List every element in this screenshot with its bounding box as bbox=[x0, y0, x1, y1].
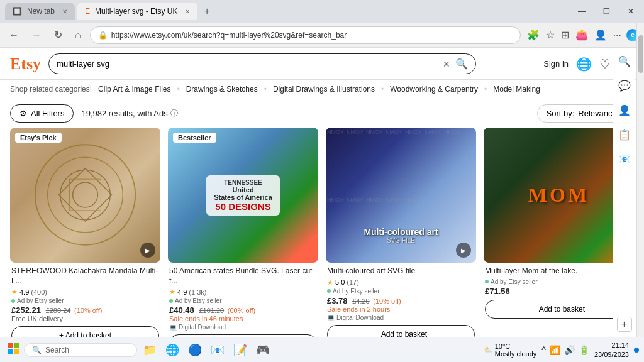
taskbar-edge-icon[interactable]: 🌐 bbox=[162, 340, 182, 360]
product-rating-3: ★ 5.0 (17) bbox=[327, 278, 475, 287]
browser-wallet-icon[interactable]: 👛 bbox=[574, 28, 589, 42]
ads-info-icon[interactable]: ⓘ bbox=[170, 108, 178, 119]
sidebar-chat-icon[interactable]: 💬 bbox=[616, 77, 633, 94]
add-to-basket-3[interactable]: + Add to basket bbox=[327, 325, 475, 337]
tab-favicon-1: 🔲 bbox=[13, 7, 22, 16]
search-clear-icon[interactable]: ✕ bbox=[443, 59, 450, 69]
nav-actions: 🧩 ☆ ⊞ 👛 👤 ··· e bbox=[526, 28, 639, 42]
sidebar-search-icon[interactable]: 🔍 bbox=[616, 53, 633, 70]
weather-info: 10°C Mostly cloudy bbox=[495, 343, 537, 358]
sidebar-user-icon[interactable]: 👤 bbox=[616, 102, 633, 119]
taskbar-outlook-icon[interactable]: 📧 bbox=[208, 340, 228, 360]
windows-logo-icon bbox=[8, 343, 19, 354]
tab-new-tab[interactable]: 🔲 New tab ✕ bbox=[5, 3, 75, 20]
search-bar[interactable]: ✕ 🔍 bbox=[48, 53, 476, 74]
tab-etsy[interactable]: E Multi-layer svg - Etsy UK ✕ bbox=[77, 3, 197, 20]
scroll-thumb[interactable] bbox=[638, 35, 643, 73]
navigation-bar: ← → ↻ ⌂ 🔒 https://www.etsy.com/uk/search… bbox=[0, 23, 644, 48]
tab-close-1[interactable]: ✕ bbox=[62, 8, 67, 15]
ad-note-4: Ad by Etsy seller bbox=[485, 278, 633, 285]
search-input[interactable] bbox=[57, 59, 438, 69]
rating-count-1: (400) bbox=[31, 288, 47, 296]
extensions-icon[interactable]: 🧩 bbox=[526, 28, 541, 42]
category-digital-drawings[interactable]: Digital Drawings & Illustrations bbox=[270, 84, 377, 95]
portrait-sub: SVG FILE bbox=[326, 237, 476, 244]
product-image-4[interactable]: MOM bbox=[484, 128, 634, 263]
svg-rect-7 bbox=[14, 343, 19, 348]
digital-icon-3: 💻 bbox=[327, 314, 335, 321]
ad-label-1: Ad by Etsy seller bbox=[17, 297, 64, 304]
filter-button[interactable]: ⚙ All Filters bbox=[10, 104, 74, 123]
network-icon[interactable]: 📶 bbox=[550, 345, 560, 355]
tab-favicon-2: E bbox=[85, 7, 90, 16]
start-button[interactable] bbox=[5, 340, 21, 359]
stars-1: ★ bbox=[11, 288, 18, 296]
add-btn-label-4: + Add to basket bbox=[533, 305, 585, 314]
taskbar-app-icon[interactable]: 🎮 bbox=[253, 340, 273, 360]
tab-label-1: New tab bbox=[27, 7, 55, 16]
svg-point-2 bbox=[60, 170, 111, 220]
favorites-icon[interactable]: ☆ bbox=[545, 28, 556, 42]
etsy-logo[interactable]: Etsy bbox=[10, 55, 41, 74]
system-clock[interactable]: 21:14 23/09/2023 bbox=[594, 341, 629, 359]
product-rating-2: ★ 4.9 (1.3k) bbox=[169, 288, 317, 296]
product-image-2[interactable]: Bestseller TENNESSEE United States of Am… bbox=[168, 128, 318, 263]
taskbar-word-icon[interactable]: 📝 bbox=[230, 340, 250, 360]
address-bar[interactable]: 🔒 https://www.etsy.com/uk/search?q=multi… bbox=[90, 26, 521, 44]
notification-dot[interactable] bbox=[634, 348, 639, 353]
product-card-1[interactable]: Etsy's Pick ▶ STEREOWOOD Kalachakra Mand… bbox=[10, 128, 160, 337]
stars-2: ★ bbox=[169, 288, 175, 296]
svg-rect-4 bbox=[58, 168, 111, 221]
taskbar-files-icon[interactable]: 📁 bbox=[140, 340, 160, 360]
scrollbar-right[interactable] bbox=[636, 23, 644, 337]
product-card-2[interactable]: Bestseller TENNESSEE United States of Am… bbox=[168, 128, 318, 337]
sale-line-2: Sale ends in 46 minutes bbox=[169, 315, 317, 322]
speaker-icon[interactable]: 🔊 bbox=[564, 345, 575, 355]
home-button[interactable]: ⌂ bbox=[71, 28, 85, 42]
add-to-basket-1[interactable]: + Add to basket bbox=[11, 326, 159, 337]
back-button[interactable]: ← bbox=[5, 28, 23, 42]
ad-dot-4 bbox=[485, 280, 489, 283]
add-to-basket-4[interactable]: + Add to basket bbox=[485, 300, 633, 319]
ad-note-2: Ad by Etsy seller bbox=[169, 297, 317, 304]
category-clip-art[interactable]: Clip Art & Image Files bbox=[96, 84, 173, 95]
tab-close-2[interactable]: ✕ bbox=[185, 8, 190, 15]
new-tab-button[interactable]: + bbox=[200, 6, 213, 17]
product-card-4[interactable]: MOM Multi-layer Mom at the lake. Ad by E… bbox=[484, 128, 634, 337]
search-button-icon[interactable]: 🔍 bbox=[455, 58, 468, 70]
ad-label-4: Ad by Etsy seller bbox=[491, 278, 537, 285]
category-model-making[interactable]: Model Making bbox=[491, 84, 543, 95]
more-icon[interactable]: ··· bbox=[612, 28, 623, 42]
rating-value-1: 4.9 bbox=[19, 288, 29, 296]
sort-label: Sort by: bbox=[547, 109, 575, 118]
chevron-up-icon[interactable]: ^ bbox=[541, 345, 546, 355]
language-icon[interactable]: 🌐 bbox=[576, 57, 592, 72]
battery-icon[interactable]: 🔋 bbox=[579, 345, 589, 355]
refresh-button[interactable]: ↻ bbox=[50, 28, 66, 42]
product-card-3[interactable]: NMOYNMOYNMOYNMOY NMOYNMOYNMOYNMOY NMOYNM… bbox=[326, 128, 476, 337]
mandala-svg bbox=[10, 128, 160, 263]
lake-overlay: MOM bbox=[484, 128, 634, 263]
category-drawings[interactable]: Drawings & Sketches bbox=[184, 84, 260, 95]
profile-icon[interactable]: 👤 bbox=[593, 28, 608, 42]
product-image-1[interactable]: Etsy's Pick ▶ bbox=[10, 128, 160, 263]
minimize-button[interactable]: — bbox=[573, 7, 591, 16]
collections-icon[interactable]: ⊞ bbox=[560, 28, 570, 42]
rating-value-2: 4.9 bbox=[177, 288, 187, 296]
taskbar-chrome-icon[interactable]: 🔵 bbox=[185, 340, 205, 360]
svg-point-3 bbox=[73, 182, 98, 207]
category-woodworking[interactable]: Woodworking & Carpentry bbox=[387, 84, 480, 95]
sidebar-clipboard-icon[interactable]: 📋 bbox=[616, 126, 633, 143]
weather-widget: ⛅ 10°C Mostly cloudy bbox=[484, 343, 537, 358]
close-button[interactable]: ✕ bbox=[623, 7, 639, 16]
forward-button[interactable]: → bbox=[28, 28, 45, 42]
sidebar-outlook-icon[interactable]: 📧 bbox=[616, 151, 633, 168]
digital-badge-3: 💻 Digital Download bbox=[327, 314, 475, 321]
wishlist-icon[interactable]: ♡ bbox=[599, 57, 611, 72]
product-image-3[interactable]: NMOYNMOYNMOYNMOY NMOYNMOYNMOYNMOY NMOYNM… bbox=[326, 128, 476, 263]
sidebar-add-button[interactable]: + bbox=[617, 317, 632, 332]
maximize-button[interactable]: ❐ bbox=[598, 7, 615, 16]
usa-sub: 50 DESIGNS bbox=[214, 201, 272, 212]
sign-in-link[interactable]: Sign in bbox=[543, 59, 569, 69]
taskbar-search-bar[interactable]: 🔍 Search bbox=[24, 343, 137, 357]
